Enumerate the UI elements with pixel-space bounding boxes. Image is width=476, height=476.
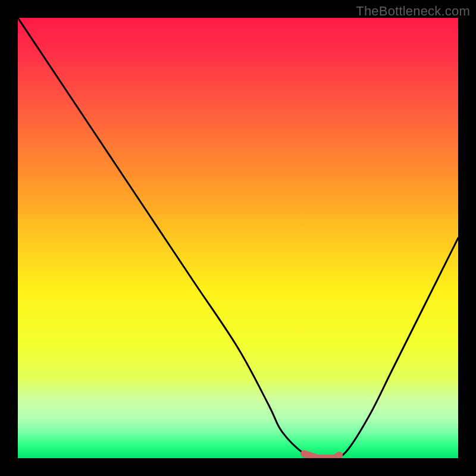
chart-stage: TheBottleneck.com bbox=[0, 0, 476, 476]
watermark-text: TheBottleneck.com bbox=[356, 4, 470, 19]
bottleneck-chart bbox=[0, 0, 476, 476]
frame-bottom bbox=[0, 458, 476, 476]
frame-right bbox=[458, 0, 476, 476]
frame-left bbox=[0, 0, 18, 476]
gradient-background bbox=[18, 18, 458, 458]
